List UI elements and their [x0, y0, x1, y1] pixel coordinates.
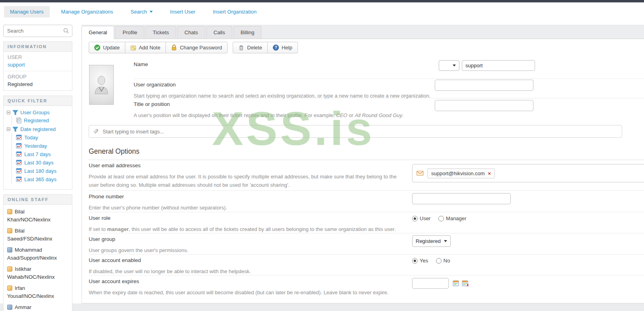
- collapse-toggle-icon[interactable]: [7, 127, 10, 131]
- change-password-button[interactable]: Change Password: [165, 42, 228, 53]
- general-tab-panel: Update Add Note Change Password Delete: [82, 39, 644, 303]
- add-note-button[interactable]: Add Note: [125, 42, 166, 53]
- tab-calls[interactable]: Calls: [206, 26, 232, 39]
- tab-chats[interactable]: Chats: [177, 26, 205, 39]
- online-staff-panel: ONLINE STAFF Bilal Khan/NOC/Nexlinx Bila…: [3, 194, 72, 311]
- tags-input[interactable]: Start typing to insert tags...: [89, 125, 622, 138]
- envelope-icon: [416, 170, 424, 176]
- tree-node-date-registered[interactable]: Date registered: [7, 126, 70, 132]
- tree-node-registered[interactable]: Registered: [16, 117, 70, 125]
- tab-billing[interactable]: Billing: [233, 26, 262, 39]
- tree-node-yesterday[interactable]: Yesterday: [16, 142, 70, 150]
- staff-status-icon: [7, 266, 12, 272]
- nav-search-menu[interactable]: Search: [125, 6, 158, 18]
- name-input[interactable]: [462, 60, 535, 71]
- title-position-description: A user's position will be displayed on t…: [134, 111, 404, 119]
- person-silhouette-icon: [93, 75, 109, 95]
- tree-node-today[interactable]: Today: [16, 133, 70, 142]
- collapse-toggle-icon[interactable]: [7, 111, 10, 114]
- tree-node-last-7-days[interactable]: Last 7 days: [16, 150, 70, 158]
- phone-number-input[interactable]: [412, 193, 511, 204]
- staff-item[interactable]: Irfan Yousaf/NOC/Nexlinx: [7, 284, 68, 300]
- help-button[interactable]: Help: [267, 42, 298, 53]
- calendar-picker-icon[interactable]: [453, 280, 459, 287]
- remove-email-icon[interactable]: ×: [488, 171, 491, 176]
- account-expires-input[interactable]: [412, 278, 449, 289]
- update-button[interactable]: Update: [89, 42, 125, 53]
- top-navigation: Manage Users Manage Organizations Search…: [0, 2, 644, 21]
- tab-tickets[interactable]: Tickets: [146, 26, 176, 39]
- user-group-label: User group: [89, 236, 115, 242]
- title-position-input[interactable]: [435, 100, 533, 111]
- user-role-options: User Manager: [412, 215, 473, 221]
- nav-manage-organizations[interactable]: Manage Organizations: [55, 6, 119, 18]
- phone-number-label: Phone number: [89, 194, 124, 200]
- user-role-label: User role: [89, 215, 111, 221]
- user-value-link[interactable]: support: [8, 62, 25, 68]
- main-content: General Profile Tickets Chats Calls Bill…: [82, 25, 644, 303]
- radio-no-label: No: [444, 258, 450, 264]
- staff-name: Bilal Saeed/FSD/Nexlinx: [7, 228, 52, 242]
- tab-profile[interactable]: Profile: [115, 26, 144, 39]
- delete-button[interactable]: Delete: [233, 42, 268, 53]
- filter-funnel-icon: [12, 110, 18, 115]
- user-role-description: If set to manager, this user will be abl…: [89, 225, 396, 233]
- calendar-icon: [16, 151, 22, 157]
- tree-node-last-180-days[interactable]: Last 180 days: [16, 167, 70, 175]
- user-organization-label: User organization: [134, 82, 176, 88]
- nav-search-label: Search: [130, 9, 147, 15]
- staff-name: Istikhar Wahab/NOC/Nexlinx: [7, 266, 54, 280]
- staff-name: Ammar Akmal/Support/Nexlinx: [7, 304, 60, 311]
- staff-item[interactable]: Istikhar Wahab/NOC/Nexlinx: [7, 265, 68, 281]
- search-input[interactable]: [3, 25, 72, 37]
- account-enabled-label: User account enabled: [89, 257, 141, 263]
- tab-strip: General Profile Tickets Chats Calls Bill…: [82, 25, 644, 39]
- help-button-label: Help: [282, 45, 292, 51]
- update-button-label: Update: [103, 45, 120, 51]
- user-group-icon: [16, 117, 22, 123]
- tree-label: Last 30 days: [24, 160, 54, 166]
- tree-node-last-30-days[interactable]: Last 30 days: [16, 158, 70, 167]
- staff-item[interactable]: Bilal Khan/NOC/Nexlinx: [7, 208, 68, 224]
- calendar-icon: [16, 168, 22, 174]
- user-organization-description: Start typing an organization name to sea…: [134, 92, 431, 100]
- staff-item[interactable]: Bilal Saeed/FSD/Nexlinx: [7, 227, 68, 243]
- help-icon: [273, 45, 279, 51]
- toolbar: Update Add Note Change Password Delete: [89, 42, 303, 53]
- staff-name: Mohammad Asad/Support/Nexlinx: [7, 247, 57, 261]
- tree-node-user-groups[interactable]: User Groups: [7, 110, 70, 115]
- user-avatar: [89, 65, 114, 105]
- tree-label: Today: [24, 135, 38, 141]
- radio-user[interactable]: [412, 216, 418, 221]
- radio-no[interactable]: [436, 258, 442, 264]
- calendar-clear-icon[interactable]: x: [462, 280, 469, 287]
- trash-icon: [238, 45, 244, 51]
- nav-insert-organization[interactable]: Insert Organization: [207, 6, 263, 18]
- tag-icon: [93, 129, 99, 134]
- radio-yes[interactable]: [412, 258, 418, 264]
- email-addresses-input[interactable]: support@hikvision.com ×: [412, 164, 644, 182]
- radio-manager[interactable]: [438, 216, 444, 221]
- staff-status-icon: [7, 286, 12, 291]
- tree-label: Last 180 days: [24, 168, 56, 174]
- name-prefix-select[interactable]: [439, 60, 459, 71]
- tags-placeholder: Start typing to insert tags...: [103, 129, 164, 135]
- nav-manage-users[interactable]: Manage Users: [4, 6, 50, 18]
- user-organization-input[interactable]: [435, 80, 533, 91]
- calendar-icon: [16, 143, 22, 149]
- lock-icon: [171, 45, 177, 51]
- tree-label: Last 7 days: [24, 151, 51, 157]
- check-circle-icon: [94, 45, 100, 51]
- phone-number-description: Enter the user's phone number (without n…: [89, 203, 227, 212]
- user-group-select[interactable]: Registered: [412, 235, 451, 247]
- tree-label: Date registered: [20, 126, 56, 132]
- staff-item[interactable]: Ammar Akmal/Support/Nexlinx: [7, 303, 68, 311]
- tree-node-last-365-days[interactable]: Last 365 days: [16, 175, 70, 184]
- email-addresses-description: Provide at least one email address for t…: [89, 172, 407, 189]
- tab-general[interactable]: General: [82, 26, 114, 39]
- chevron-down-icon: [444, 240, 447, 242]
- staff-item[interactable]: Mohammad Asad/Support/Nexlinx: [7, 246, 68, 262]
- group-label: GROUP: [8, 74, 68, 80]
- nav-insert-user[interactable]: Insert User: [164, 6, 202, 18]
- delete-button-label: Delete: [247, 45, 262, 51]
